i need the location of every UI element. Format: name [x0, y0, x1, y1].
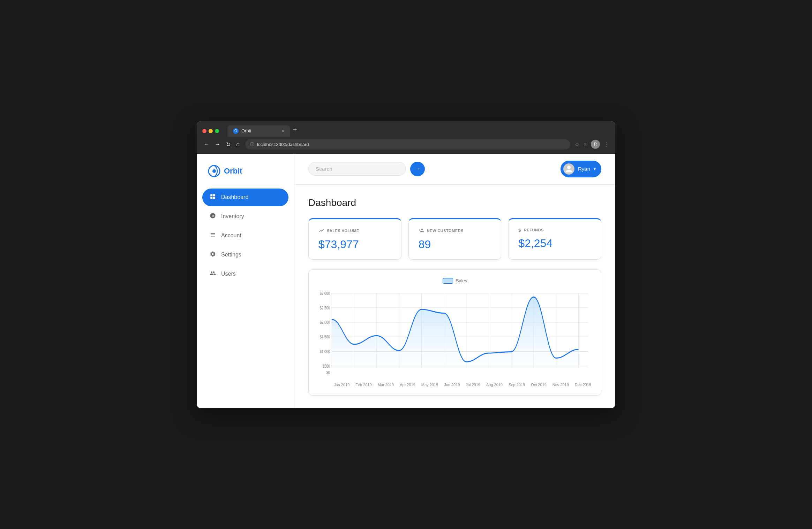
- sales-volume-icon: [318, 228, 324, 234]
- url-text: localhost:3000/dashboard: [257, 142, 309, 147]
- main-content: → Ryan ▾ Dashboard: [294, 154, 615, 408]
- x-axis-labels: Jan 2019 Feb 2019 Mar 2019 Apr 2019 May …: [318, 380, 591, 387]
- user-avatar: [563, 163, 574, 175]
- x-label-dec: Dec 2019: [575, 383, 591, 387]
- legend-box: [443, 278, 453, 284]
- tab-title: Orbit: [241, 128, 251, 133]
- toolbar-icons: ☆ ≡ R ⋮: [574, 140, 610, 149]
- stat-label-sales: SALES VOLUME: [318, 228, 391, 234]
- x-label-feb: Feb 2019: [355, 383, 371, 387]
- sidebar-item-label-inventory: Inventory: [221, 213, 244, 220]
- url-bar[interactable]: ⓘ localhost:3000/dashboard: [245, 139, 570, 150]
- stat-value-customers: 89: [419, 238, 491, 251]
- sidebar-item-label-settings: Settings: [221, 252, 241, 258]
- stat-label-refunds: $ REFUNDS: [518, 228, 591, 233]
- refunds-icon: $: [518, 228, 521, 233]
- traffic-lights: [202, 129, 219, 133]
- app-container: Orbit Dashboard Inventory: [197, 154, 615, 408]
- settings-icon: [209, 251, 216, 259]
- dashboard-icon: [209, 193, 216, 201]
- menu-icon[interactable]: ⋮: [604, 141, 610, 148]
- header-bar: → Ryan ▾: [294, 154, 615, 185]
- inventory-icon: [209, 213, 216, 221]
- page-title: Dashboard: [308, 197, 601, 208]
- stat-value-sales: $73,977: [318, 238, 391, 251]
- sidebar-item-label-account: Account: [221, 232, 241, 239]
- new-customers-icon: [419, 228, 424, 234]
- x-label-jun: Jun 2019: [444, 383, 460, 387]
- sidebar-item-inventory[interactable]: Inventory: [202, 208, 288, 225]
- users-icon: [209, 270, 216, 278]
- logo-text: Orbit: [224, 167, 242, 176]
- svg-text:$2,000: $2,000: [320, 320, 330, 324]
- stat-card-refunds: $ REFUNDS $2,254: [508, 218, 601, 260]
- chart-area: $3,000 $2,500 $2,000 $1,500 $1,000 $500 …: [318, 289, 591, 380]
- address-bar: ← → ↻ ⌂ ⓘ localhost:3000/dashboard ☆ ≡ R…: [197, 137, 615, 154]
- dashboard-content: Dashboard SALES VOLUME $73,977: [294, 185, 615, 408]
- user-name: Ryan: [578, 166, 590, 172]
- stat-card-new-customers: NEW CUSTOMERS 89: [408, 218, 502, 260]
- reload-button[interactable]: ↻: [225, 140, 232, 149]
- svg-text:$1,000: $1,000: [320, 349, 330, 353]
- x-label-aug: Aug 2019: [486, 383, 503, 387]
- sidebar-item-settings[interactable]: Settings: [202, 246, 288, 264]
- x-label-jan: Jan 2019: [334, 383, 349, 387]
- tab-favicon: O: [233, 128, 239, 134]
- svg-text:$1,500: $1,500: [320, 335, 330, 339]
- x-label-oct: Oct 2019: [531, 383, 547, 387]
- minimize-button[interactable]: [209, 129, 213, 133]
- search-input[interactable]: [308, 162, 406, 176]
- svg-text:$2,500: $2,500: [320, 305, 330, 310]
- search-area: →: [308, 162, 425, 176]
- tab-close-button[interactable]: ×: [282, 128, 285, 134]
- chart-legend: Sales: [318, 278, 591, 284]
- x-label-may: May 2019: [421, 383, 438, 387]
- orbit-logo-icon: [208, 165, 220, 177]
- lock-icon: ⓘ: [250, 141, 254, 147]
- extensions-icon[interactable]: ≡: [584, 141, 587, 147]
- svg-point-1: [212, 169, 216, 173]
- account-icon: [209, 232, 216, 240]
- browser-window: O Orbit × + ← → ↻ ⌂ ⓘ localhost:3000/das…: [197, 121, 615, 408]
- home-button[interactable]: ⌂: [235, 140, 241, 149]
- close-button[interactable]: [202, 129, 206, 133]
- sidebar-item-dashboard[interactable]: Dashboard: [202, 189, 288, 206]
- svg-text:$3,000: $3,000: [320, 291, 330, 295]
- x-label-sep: Sep 2019: [509, 383, 525, 387]
- sidebar-item-account[interactable]: Account: [202, 227, 288, 245]
- sidebar-item-label-users: Users: [221, 271, 236, 277]
- profile-icon[interactable]: R: [591, 140, 600, 149]
- search-button[interactable]: →: [410, 162, 425, 176]
- chart-svg: $3,000 $2,500 $2,000 $1,500 $1,000 $500 …: [318, 289, 591, 380]
- x-label-mar: Mar 2019: [378, 383, 394, 387]
- arrow-right-icon: →: [414, 165, 421, 172]
- sidebar-item-label-dashboard: Dashboard: [221, 194, 248, 200]
- stat-label-customers: NEW CUSTOMERS: [419, 228, 491, 234]
- forward-button[interactable]: →: [213, 140, 222, 149]
- sidebar-item-users[interactable]: Users: [202, 265, 288, 283]
- back-button[interactable]: ←: [202, 140, 211, 149]
- bookmark-icon[interactable]: ☆: [574, 141, 579, 148]
- user-menu-button[interactable]: Ryan ▾: [561, 161, 601, 177]
- tab-bar: O Orbit × +: [227, 125, 610, 137]
- svg-text:$0: $0: [326, 370, 330, 374]
- nav-buttons: ← → ↻ ⌂: [202, 140, 241, 149]
- browser-tab[interactable]: O Orbit ×: [227, 125, 290, 137]
- x-label-apr: Apr 2019: [400, 383, 415, 387]
- maximize-button[interactable]: [215, 129, 219, 133]
- nav-items: Dashboard Inventory Account: [197, 189, 294, 283]
- svg-text:$500: $500: [323, 363, 330, 368]
- logo-area: Orbit: [197, 162, 294, 189]
- stat-cards: SALES VOLUME $73,977 NEW CUSTOMERS 89: [308, 218, 601, 260]
- x-label-jul: Jul 2019: [466, 383, 480, 387]
- chevron-down-icon: ▾: [594, 167, 596, 171]
- stat-value-refunds: $2,254: [518, 237, 591, 250]
- chart-container: Sales: [308, 269, 601, 396]
- legend-label: Sales: [456, 278, 467, 283]
- new-tab-button[interactable]: +: [293, 126, 297, 137]
- browser-chrome: O Orbit × + ← → ↻ ⌂ ⓘ localhost:3000/das…: [197, 121, 615, 154]
- stat-card-sales-volume: SALES VOLUME $73,977: [308, 218, 401, 260]
- sidebar: Orbit Dashboard Inventory: [197, 154, 294, 408]
- x-label-nov: Nov 2019: [552, 383, 569, 387]
